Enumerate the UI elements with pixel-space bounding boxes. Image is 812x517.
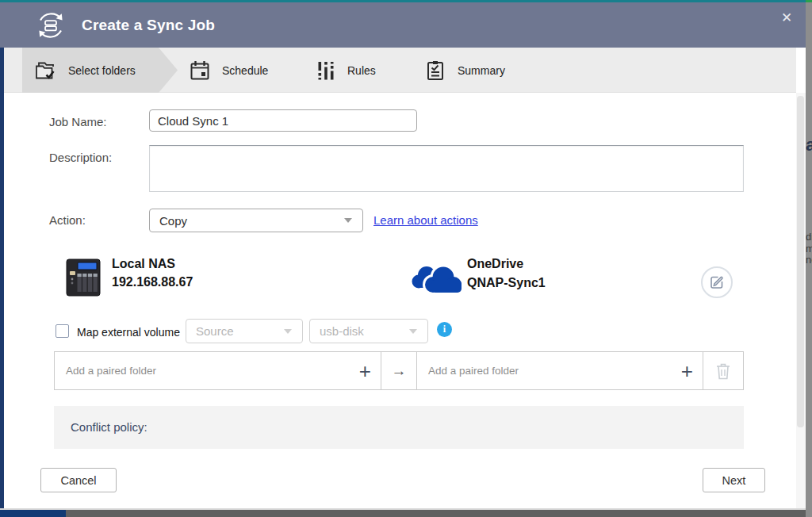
local-nas-icon [66,258,101,297]
map-external-volume-checkbox[interactable] [56,324,69,338]
dialog-title: Create a Sync Job [82,17,215,34]
wizard-content: Job Name: Description: Action: Copy Lear… [4,93,796,508]
add-destination-folder-button[interactable]: + [681,361,693,381]
dialog-titlebar: Create a Sync Job ✕ [0,2,806,48]
source-folder-cell[interactable]: Add a paired folder + [55,352,381,389]
tab-summary[interactable]: Summary [424,48,505,93]
edit-destination-button[interactable] [701,266,733,298]
edit-pencil-icon [709,274,725,290]
tab-select-folders[interactable]: Select folders [33,48,136,93]
onedrive-icon [409,261,463,296]
external-position-value: Source [186,324,234,338]
sync-job-icon [35,10,67,41]
background-window-left-edge [0,48,4,517]
occluded-text-fragment: a [806,135,812,155]
select-folders-icon [33,59,57,82]
vertical-scrollbar[interactable] [796,93,806,508]
cancel-button[interactable]: Cancel [40,468,117,492]
tab-select-folders-label: Select folders [68,64,136,77]
tab-rules[interactable]: Rules [316,48,376,93]
description-textarea[interactable] [149,145,744,192]
chevron-down-icon [409,329,417,334]
learn-about-actions-link[interactable]: Learn about actions [373,213,478,227]
background-footer-segment [0,510,66,517]
tab-schedule-label: Schedule [222,64,268,77]
delete-pair-cell[interactable] [703,352,743,389]
sync-direction-cell: → [381,352,417,389]
schedule-icon [189,59,211,82]
background-window-right-edge: a di m ne [806,0,812,517]
destination-folder-cell[interactable]: Add a paired folder + [417,352,703,389]
arrow-right-icon: → [392,362,407,380]
destination-provider: OneDrive [467,257,523,271]
occluded-text-fragment: di [806,231,812,243]
tab-schedule[interactable]: Schedule [189,48,268,93]
conflict-policy-section: Conflict policy: [54,406,744,449]
scrollbar-thumb[interactable] [797,96,804,427]
source-address: 192.168.88.67 [112,275,193,289]
job-name-label: Job Name: [49,115,107,128]
source-folder-placeholder: Add a paired folder [66,365,156,377]
external-volume-select[interactable]: usb-disk [309,319,428,343]
background-window-bottom-edge [0,510,806,517]
tab-rules-label: Rules [347,64,376,77]
close-icon[interactable]: ✕ [776,7,798,29]
create-sync-job-dialog: Create a Sync Job ✕ Select folders Sched… [0,0,812,517]
occluded-text-fragment: ne [806,254,812,266]
chevron-down-icon [284,329,292,334]
trash-icon [714,362,732,381]
destination-folder-placeholder: Add a paired folder [428,365,519,377]
tab-summary-label: Summary [458,64,505,77]
window-top-accent [0,0,806,2]
paired-folders-table: Add a paired folder + → Add a paired fol… [54,351,744,390]
background-top-accent [806,0,812,2]
wizard-stepbar: Select folders Schedule [4,48,796,93]
external-volume-value: usb-disk [310,324,364,338]
conflict-policy-label: Conflict policy: [71,406,744,449]
action-select-value: Copy [150,214,187,228]
rules-icon [316,60,336,81]
description-label: Description: [49,151,112,164]
source-name: Local NAS [112,257,175,271]
job-name-input[interactable] [149,109,417,132]
add-source-folder-button[interactable]: + [359,361,371,381]
action-label: Action: [49,213,86,227]
summary-icon [424,59,446,82]
action-select[interactable]: Copy [149,209,363,232]
destination-account: QNAP-Sync1 [467,276,546,290]
chevron-down-icon [344,218,352,223]
external-position-select[interactable]: Source [186,319,303,343]
info-icon[interactable]: i [437,322,452,337]
map-external-volume-label: Map external volume [77,326,180,339]
occluded-text-fragment: m [806,243,812,255]
next-button[interactable]: Next [703,468,765,492]
